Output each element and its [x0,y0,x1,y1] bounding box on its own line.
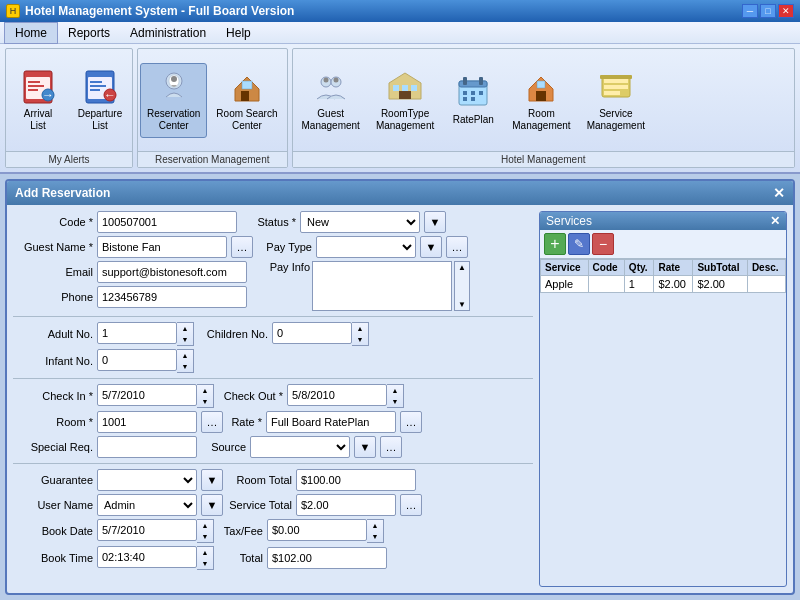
arrival-list-icon: → [20,69,56,105]
services-delete-btn[interactable]: − [592,233,614,255]
phone-input[interactable] [97,286,247,308]
pay-type-browse-btn[interactable]: ▼ [420,236,442,258]
service-total-btn[interactable]: … [400,494,422,516]
bookdate-dn[interactable]: ▼ [197,531,213,542]
adult-dn-btn[interactable]: ▼ [177,334,193,345]
reservation-center-button[interactable]: ReservationCenter [140,63,207,138]
infant-up-btn[interactable]: ▲ [177,350,193,361]
pay-type-select[interactable] [316,236,416,258]
payinfo-scrollup[interactable]: ▲ [455,262,469,273]
room-browse-btn[interactable]: … [201,411,223,433]
checkin-input[interactable] [97,384,197,406]
username-select[interactable]: Admin [97,494,197,516]
code-status-row: Code * Status * New Confirmed Cancelled … [13,211,533,233]
divider3 [13,463,533,464]
book-time-label: Book Time [13,552,93,564]
svg-rect-37 [537,81,545,88]
status-select[interactable]: New Confirmed Cancelled [300,211,420,233]
services-close-btn[interactable]: ✕ [770,214,780,228]
taxfee-up[interactable]: ▲ [367,520,383,531]
special-req-label: Special Req. [13,441,93,453]
service-total-label: Service Total [227,499,292,511]
guest-name-input[interactable] [97,236,227,258]
bookdate-up[interactable]: ▲ [197,520,213,531]
guest-management-icon [313,69,349,105]
tax-fee-input [267,519,367,541]
services-add-btn[interactable]: + [544,233,566,255]
arrival-list-button[interactable]: → ArrivalList [8,63,68,138]
infant-no-input[interactable] [97,349,177,371]
rate-browse-btn[interactable]: … [400,411,422,433]
room-management-button[interactable]: RoomManagement [505,63,577,138]
source-dropdown-btn[interactable]: ▼ [354,436,376,458]
guest-browse-button[interactable]: … [231,236,253,258]
dialog-title-bar: Add Reservation ✕ [7,181,793,205]
checkin-up-btn[interactable]: ▲ [197,385,213,396]
children-dn-btn[interactable]: ▼ [352,334,368,345]
svg-rect-11 [90,89,100,91]
children-no-input[interactable] [272,322,352,344]
svg-text:→: → [42,88,54,102]
menu-reports[interactable]: Reports [58,23,120,43]
services-edit-btn[interactable]: ✎ [568,233,590,255]
svg-rect-41 [604,91,620,95]
dialog-close-button[interactable]: ✕ [773,185,785,201]
service-management-button[interactable]: ServiceManagement [580,63,652,138]
payinfo-scrolldown[interactable]: ▼ [455,299,469,310]
checkout-input[interactable] [287,384,387,406]
checkin-label: Check In * [13,390,93,402]
bookdate-taxfee-row: Book Date ▲▼ Tax/Fee ▲▼ [13,519,533,543]
guarantee-dropdown-btn[interactable]: ▼ [201,469,223,491]
adult-up-btn[interactable]: ▲ [177,323,193,334]
arrival-list-label: ArrivalList [24,108,52,132]
svg-rect-9 [90,81,102,83]
infant-dn-btn[interactable]: ▼ [177,361,193,372]
children-up-btn[interactable]: ▲ [352,323,368,334]
book-date-input[interactable] [97,519,197,541]
checkout-dn-btn[interactable]: ▼ [387,396,403,407]
guarantee-select[interactable] [97,469,197,491]
special-req-input[interactable] [97,436,197,458]
app-icon: H [6,4,20,18]
checkout-up-btn[interactable]: ▲ [387,385,403,396]
code-input[interactable] [97,211,237,233]
guest-management-button[interactable]: GuestManagement [295,63,367,138]
services-title: Services [546,214,592,228]
book-time-input[interactable] [97,546,197,568]
service-cell: Apple [541,276,589,293]
svg-rect-10 [90,85,106,87]
pay-type-extra-btn[interactable]: … [446,236,468,258]
svg-rect-29 [463,77,467,85]
room-management-label: RoomManagement [512,108,570,132]
checkin-dn-btn[interactable]: ▼ [197,396,213,407]
source-select[interactable] [250,436,350,458]
svg-rect-2 [28,81,40,83]
taxfee-dn[interactable]: ▼ [367,531,383,542]
svg-rect-3 [28,85,44,87]
close-button[interactable]: ✕ [778,4,794,18]
minimize-button[interactable]: ─ [742,4,758,18]
phone-label: Phone [13,291,93,303]
menu-home[interactable]: Home [4,22,58,44]
room-input[interactable] [97,411,197,433]
booktime-up[interactable]: ▲ [197,547,213,558]
email-input[interactable] [97,261,247,283]
rate-input[interactable] [266,411,396,433]
source-browse-btn[interactable]: … [380,436,402,458]
menu-administration[interactable]: Administration [120,23,216,43]
reservation-center-icon [156,69,192,105]
adult-no-input[interactable] [97,322,177,344]
status-dropdown-btn[interactable]: ▼ [424,211,446,233]
roomtype-management-button[interactable]: RoomTypeManagement [369,63,441,138]
maximize-button[interactable]: □ [760,4,776,18]
services-table: Service Code Qty. Rate SubTotal Desc. Ap… [540,259,786,293]
departure-list-button[interactable]: ← DepartureList [70,63,130,138]
pay-info-textarea[interactable] [312,261,452,311]
booktime-dn[interactable]: ▼ [197,558,213,569]
username-dropdown-btn[interactable]: ▼ [201,494,223,516]
menu-help[interactable]: Help [216,23,261,43]
svg-rect-39 [604,79,628,83]
rateplan-button[interactable]: RatePlan [443,63,503,138]
divider2 [13,378,533,379]
room-search-center-button[interactable]: Room SearchCenter [209,63,284,138]
